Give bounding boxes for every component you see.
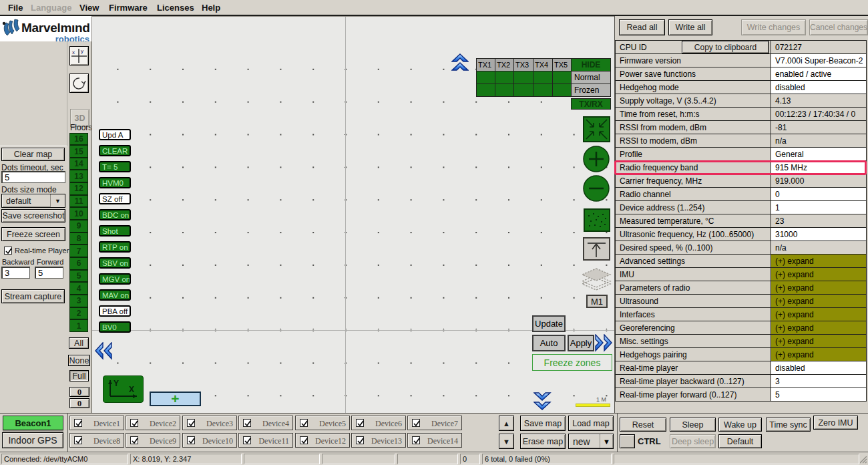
svg-text:X: X [129, 385, 134, 394]
svg-text:Y: Y [114, 379, 119, 388]
svg-text:y: y [81, 48, 83, 54]
svg-text:x: x [72, 49, 75, 55]
